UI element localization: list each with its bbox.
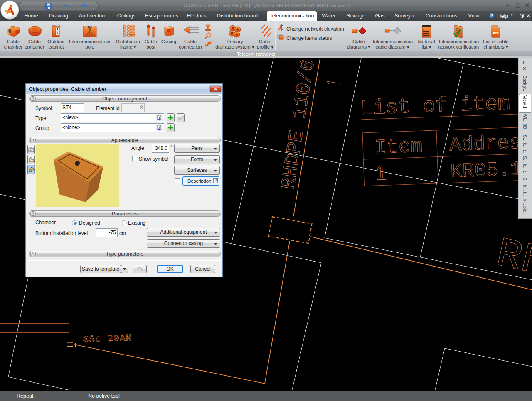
svg-text:?: ?: [490, 14, 493, 18]
svg-text:SSc 20AN: SSc 20AN: [83, 333, 132, 345]
svg-text:Item: Item: [374, 135, 423, 159]
svg-text:RTF: RTF: [493, 32, 499, 35]
svg-text:List of item c: List of item c: [360, 90, 532, 120]
svg-text:1: 1: [375, 161, 387, 184]
svg-text:RHDPE 110/6: RHDPE 110/6: [277, 58, 320, 191]
svg-text:RH: RH: [492, 230, 532, 287]
